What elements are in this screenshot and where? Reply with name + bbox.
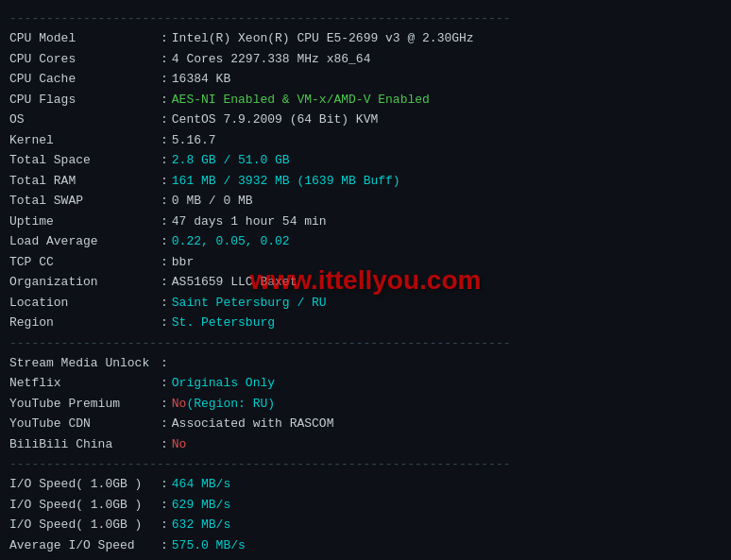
load-avg-row: Load Average : 0.22, 0.05, 0.02 bbox=[9, 232, 722, 251]
total-swap-row: Total SWAP : 0 MB / 0 MB bbox=[9, 192, 722, 211]
netflix-row: Netflix : Originals Only bbox=[9, 374, 722, 393]
total-ram-value: 161 MB / 3932 MB (1639 MB Buff) bbox=[172, 172, 400, 191]
io3-row: I/O Speed( 1.0GB ) : 632 MB/s bbox=[9, 516, 722, 535]
kernel-label: Kernel bbox=[9, 131, 161, 150]
cpu-cores-row: CPU Cores : 4 Cores 2297.338 MHz x86_64 bbox=[9, 50, 722, 69]
netflix-value: Originals Only bbox=[172, 374, 275, 393]
location-value: Saint Petersburg / RU bbox=[172, 294, 327, 313]
io2-value: 629 MB/s bbox=[172, 496, 230, 515]
cpu-flags-label: CPU Flags bbox=[9, 91, 161, 110]
io-avg-row: Average I/O Speed : 575.0 MB/s bbox=[9, 536, 722, 555]
os-value: CentOS 7.9.2009 (64 Bit) KVM bbox=[172, 110, 378, 129]
total-space-label: Total Space bbox=[9, 151, 161, 170]
total-space-value: 2.8 GB / 51.0 GB bbox=[172, 151, 290, 170]
stream-media-label: Stream Media Unlock bbox=[9, 354, 161, 373]
io3-label: I/O Speed( 1.0GB ) bbox=[9, 516, 161, 535]
region-row: Region : St. Petersburg bbox=[9, 314, 722, 332]
divider-stream: ----------------------------------------… bbox=[9, 336, 722, 350]
io1-value: 464 MB/s bbox=[172, 475, 230, 494]
cpu-cache-row: CPU Cache : 16384 KB bbox=[9, 70, 722, 89]
divider-io: ----------------------------------------… bbox=[9, 457, 722, 471]
io2-label: I/O Speed( 1.0GB ) bbox=[9, 496, 161, 515]
cpu-model-label: CPU Model bbox=[9, 29, 161, 48]
total-space-row: Total Space : 2.8 GB / 51.0 GB bbox=[9, 151, 722, 170]
bilibili-label: BiliBili China bbox=[9, 435, 161, 454]
stream-media-section: Stream Media Unlock : Netflix : Original… bbox=[9, 354, 722, 454]
youtube-premium-label: YouTube Premium bbox=[9, 395, 161, 414]
youtube-cdn-value: Associated with RASCOM bbox=[172, 415, 334, 433]
load-avg-value: 0.22, 0.05, 0.02 bbox=[172, 232, 290, 251]
cpu-cache-label: CPU Cache bbox=[9, 70, 161, 89]
io-speed-section: I/O Speed( 1.0GB ) : 464 MB/s I/O Speed(… bbox=[9, 475, 722, 554]
region-value: St. Petersburg bbox=[172, 314, 275, 332]
youtube-cdn-label: YouTube CDN bbox=[9, 415, 161, 433]
cpu-cache-value: 16384 KB bbox=[172, 70, 230, 89]
io1-label: I/O Speed( 1.0GB ) bbox=[9, 475, 161, 494]
tcp-cc-value: bbr bbox=[172, 253, 194, 272]
total-swap-value: 0 MB / 0 MB bbox=[172, 192, 253, 211]
tcp-cc-label: TCP CC bbox=[9, 253, 161, 272]
cpu-model-value: Intel(R) Xeon(R) CPU E5-2699 v3 @ 2.30GH… bbox=[172, 29, 474, 48]
stream-media-row: Stream Media Unlock : bbox=[9, 354, 722, 373]
bilibili-row: BiliBili China : No bbox=[9, 435, 722, 454]
io-avg-value: 575.0 MB/s bbox=[172, 536, 246, 555]
cpu-flags-value: AES-NI Enabled & VM-x/AMD-V Enabled bbox=[172, 91, 430, 110]
cpu-cores-value: 4 Cores 2297.338 MHz x86_64 bbox=[172, 50, 371, 69]
region-label: Region bbox=[9, 314, 161, 332]
uptime-row: Uptime : 47 days 1 hour 54 min bbox=[9, 212, 722, 231]
kernel-value: 5.16.7 bbox=[172, 131, 216, 150]
io2-row: I/O Speed( 1.0GB ) : 629 MB/s bbox=[9, 496, 722, 515]
youtube-premium-row: YouTube Premium : No (Region: RU) bbox=[9, 395, 722, 414]
io-avg-label: Average I/O Speed bbox=[9, 536, 161, 555]
total-ram-label: Total RAM bbox=[9, 172, 161, 191]
io3-value: 632 MB/s bbox=[172, 516, 230, 535]
location-row: Location : Saint Petersburg / RU bbox=[9, 294, 722, 313]
cpu-model-row: CPU Model : Intel(R) Xeon(R) CPU E5-2699… bbox=[9, 29, 722, 48]
os-row: OS : CentOS 7.9.2009 (64 Bit) KVM bbox=[9, 110, 722, 129]
netflix-label: Netflix bbox=[9, 374, 161, 393]
youtube-cdn-row: YouTube CDN : Associated with RASCOM bbox=[9, 415, 722, 433]
load-avg-label: Load Average bbox=[9, 232, 161, 251]
divider-top: ----------------------------------------… bbox=[9, 11, 722, 25]
os-label: OS bbox=[9, 110, 161, 129]
total-swap-label: Total SWAP bbox=[9, 192, 161, 211]
kernel-row: Kernel : 5.16.7 bbox=[9, 131, 722, 150]
cpu-flags-row: CPU Flags : AES-NI Enabled & VM-x/AMD-V … bbox=[9, 91, 722, 110]
uptime-value: 47 days 1 hour 54 min bbox=[172, 212, 327, 231]
org-row: Organization : AS51659 LLC Baxet bbox=[9, 273, 722, 292]
total-ram-row: Total RAM : 161 MB / 3932 MB (1639 MB Bu… bbox=[9, 172, 722, 191]
org-value: AS51659 LLC Baxet bbox=[172, 273, 298, 292]
system-info-section: CPU Model : Intel(R) Xeon(R) CPU E5-2699… bbox=[9, 29, 722, 332]
cpu-cores-label: CPU Cores bbox=[9, 50, 161, 69]
bilibili-value: No bbox=[172, 435, 187, 454]
tcp-cc-row: TCP CC : bbr bbox=[9, 253, 722, 272]
location-label: Location bbox=[9, 294, 161, 313]
org-label: Organization bbox=[9, 273, 161, 292]
youtube-premium-value: No bbox=[172, 395, 187, 414]
io1-row: I/O Speed( 1.0GB ) : 464 MB/s bbox=[9, 475, 722, 494]
uptime-label: Uptime bbox=[9, 212, 161, 231]
youtube-premium-region: (Region: RU) bbox=[186, 395, 275, 414]
